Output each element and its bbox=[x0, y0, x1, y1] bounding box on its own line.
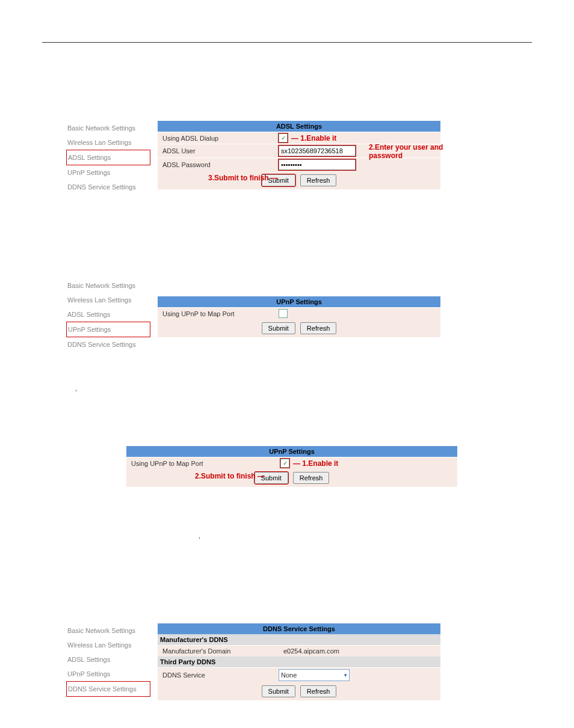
ddns-refresh-button[interactable]: Refresh bbox=[300, 685, 337, 697]
ddns-manuf-domain-value: e0254.aipcam.com bbox=[279, 646, 440, 656]
upnp-submit-button[interactable]: Submit bbox=[262, 322, 295, 334]
nav-menu-1: Basic Network Settings Wireless Lan Sett… bbox=[66, 121, 150, 194]
nav-basic-2[interactable]: Basic Network Settings bbox=[66, 278, 150, 293]
nav-wireless-3[interactable]: Wireless Lan Settings bbox=[66, 638, 150, 652]
nav-wireless[interactable]: Wireless Lan Settings bbox=[66, 135, 150, 150]
nav-menu-2: Basic Network Settings Wireless Lan Sett… bbox=[66, 278, 150, 352]
nav-adsl-2[interactable]: ADSL Settings bbox=[66, 307, 150, 322]
adsl-pass-input[interactable] bbox=[279, 159, 356, 170]
nav-ddns-3[interactable]: DDNS Service Settings bbox=[66, 681, 150, 697]
ddns-service-selected: None bbox=[281, 671, 297, 679]
adsl-dialup-label: Using ADSL Dialup bbox=[158, 133, 279, 144]
ddns-manuf-domain-label: Manufacturer's Domain bbox=[158, 646, 279, 656]
nav-menu-3: Basic Network Settings Wireless Lan Sett… bbox=[66, 623, 150, 697]
ddns-third-header: Third Party DDNS bbox=[158, 656, 440, 667]
stray-comma-1: , bbox=[75, 385, 574, 392]
upnp-settings-panel: UPnP Settings Using UPnP to Map Port Sub… bbox=[158, 296, 440, 337]
nav-adsl-3[interactable]: ADSL Settings bbox=[66, 652, 150, 667]
upnp-map-label: Using UPnP to Map Port bbox=[158, 308, 279, 319]
ddns-manuf-header: Manufacturer's DDNS bbox=[158, 634, 440, 645]
ddns-service-label: DDNS Service bbox=[158, 670, 279, 681]
nav-basic-3[interactable]: Basic Network Settings bbox=[66, 623, 150, 638]
nav-adsl[interactable]: ADSL Settings bbox=[66, 150, 150, 165]
upnp-map-checkbox-2[interactable]: ✓ bbox=[280, 459, 289, 468]
adsl-pass-label: ADSL Password bbox=[158, 159, 279, 170]
upnp-refresh-button-2[interactable]: Refresh bbox=[293, 472, 330, 484]
nav-upnp-3[interactable]: UPnP Settings bbox=[66, 667, 150, 681]
nav-upnp-2[interactable]: UPnP Settings bbox=[66, 322, 150, 337]
chevron-down-icon: ▾ bbox=[344, 672, 347, 678]
ddns-service-select[interactable]: None ▾ bbox=[279, 669, 350, 681]
adsl-title: ADSL Settings bbox=[158, 121, 440, 132]
upnp-map-label-2: Using UPnP to Map Port bbox=[126, 458, 280, 469]
nav-ddns[interactable]: DDNS Service Settings bbox=[66, 180, 150, 194]
ddns-title: DDNS Service Settings bbox=[158, 623, 440, 634]
divider-line bbox=[42, 42, 532, 43]
upnp-map-checkbox[interactable] bbox=[279, 309, 288, 318]
annotation-submit-1: 3.Submit to finish — bbox=[208, 174, 278, 182]
adsl-settings-panel: ADSL Settings Using ADSL Dialup ✓ — 1.En… bbox=[158, 121, 440, 189]
upnp-title-2: UPnP Settings bbox=[126, 446, 457, 457]
nav-upnp[interactable]: UPnP Settings bbox=[66, 165, 150, 180]
upnp-refresh-button[interactable]: Refresh bbox=[300, 322, 337, 334]
upnp-settings-panel-large: UPnP Settings Using UPnP to Map Port ✓ —… bbox=[126, 446, 457, 487]
nav-wireless-2[interactable]: Wireless Lan Settings bbox=[66, 293, 150, 307]
ddns-settings-panel: DDNS Service Settings Manufacturer's DDN… bbox=[158, 623, 440, 700]
adsl-user-label: ADSL User bbox=[158, 145, 279, 156]
adsl-user-input[interactable] bbox=[279, 145, 356, 156]
annotation-enable-2: — 1.Enable it bbox=[293, 459, 338, 468]
nav-ddns-2[interactable]: DDNS Service Settings bbox=[66, 337, 150, 352]
annotation-submit-2: 2.Submit to finish — bbox=[195, 472, 265, 480]
adsl-refresh-button[interactable]: Refresh bbox=[300, 174, 337, 186]
ddns-submit-button[interactable]: Submit bbox=[262, 685, 295, 697]
adsl-dialup-checkbox[interactable]: ✓ bbox=[279, 133, 288, 142]
stray-comma-2: , bbox=[199, 532, 574, 539]
nav-basic[interactable]: Basic Network Settings bbox=[66, 121, 150, 135]
annotation-enable-1: — 1.Enable it bbox=[291, 134, 336, 142]
upnp-title: UPnP Settings bbox=[158, 296, 440, 307]
